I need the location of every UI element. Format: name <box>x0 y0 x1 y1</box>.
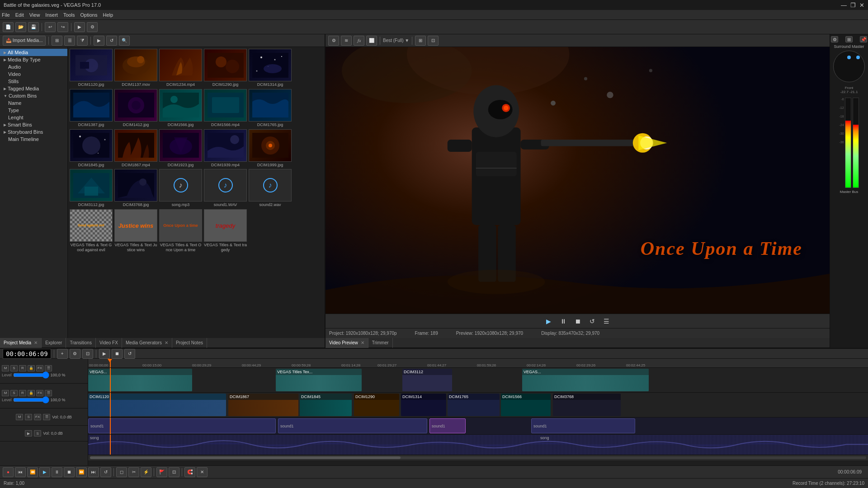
save-button[interactable]: 💾 <box>28 22 39 32</box>
timeline-clip[interactable]: DCIM3768 <box>553 394 621 416</box>
audio-1-solo-button[interactable]: S <box>25 414 32 420</box>
bt-snap-button[interactable]: 🧲 <box>184 467 195 477</box>
list-item[interactable]: DCIM3768.jpg <box>114 169 157 207</box>
timeline-clip[interactable]: DCIM3112 <box>402 369 452 391</box>
list-item[interactable]: DCIM1120.jpg <box>70 49 113 87</box>
list-item[interactable]: DCIM1939.mp4 <box>204 129 247 168</box>
list-item[interactable]: ♪ song.mp3 <box>159 169 202 207</box>
bt-razor-button[interactable]: ✂ <box>128 467 139 477</box>
track-2-lock-button[interactable]: 🔒 <box>28 390 35 396</box>
timeline-clip[interactable]: DCIM1765 <box>448 394 500 416</box>
open-button[interactable]: 📂 <box>15 22 26 32</box>
bt-region-button[interactable]: ⊡ <box>169 467 179 477</box>
sidebar-item-audio[interactable]: Audio <box>0 63 67 70</box>
track-level-slider[interactable] <box>13 373 49 377</box>
tab-close-media-gen[interactable]: ✕ <box>165 340 168 345</box>
list-item[interactable]: DCIM1566.mp4 <box>204 89 247 127</box>
redo-button[interactable]: ↪ <box>57 22 68 32</box>
bt-loop-button[interactable]: ↺ <box>100 467 111 477</box>
preview-view-button[interactable]: ⬜ <box>366 36 377 46</box>
sidebar-item-media-by-type[interactable]: ▶ Media By Type <box>0 56 67 63</box>
wave-track-solo[interactable]: S <box>34 430 41 436</box>
bt-select-button[interactable]: ◻ <box>116 467 127 477</box>
tab-close-video-preview[interactable]: ✕ <box>361 340 364 345</box>
timeline-clip[interactable]: DCIM1867 <box>228 394 298 416</box>
menu-insert[interactable]: Insert <box>45 12 58 18</box>
list-item[interactable]: DCIM1765.jpg <box>249 89 292 127</box>
timeline-scrollbar[interactable] <box>88 455 868 460</box>
tl-snap-button[interactable]: ⊡ <box>82 349 93 359</box>
preview-menu-button[interactable]: ☰ <box>601 316 612 327</box>
track-2-menu-button[interactable]: ☰ <box>45 390 52 396</box>
undo-button[interactable]: ↩ <box>45 22 56 32</box>
preview-calc-button[interactable]: 𝑓𝑥 <box>354 36 364 46</box>
list-item[interactable]: Once Upon a time VEGAS Titles & Text Onc… <box>159 209 202 253</box>
surround-expand-button[interactable]: ⊞ <box>845 36 853 42</box>
sidebar-item-main-timeline[interactable]: Main Timeline <box>0 136 67 143</box>
list-item[interactable]: DCIM1999.jpg <box>249 129 292 168</box>
bt-stop-button[interactable]: ⏹ <box>64 467 75 477</box>
record-button[interactable]: ● <box>3 467 14 477</box>
list-item[interactable]: DCIM1290.jpg <box>204 49 247 87</box>
preview-play-button[interactable]: ▶ <box>543 316 554 327</box>
menu-file[interactable]: File <box>2 12 10 18</box>
list-item[interactable]: Justice wins VEGAS Titles & Text Justice… <box>114 209 157 253</box>
menu-help[interactable]: Help <box>103 12 113 18</box>
preview-eq-button[interactable]: ≋ <box>341 36 352 46</box>
audio-1-mute-button[interactable]: M <box>16 414 23 420</box>
filter-button[interactable]: ⧩ <box>77 36 88 46</box>
surround-settings-button[interactable]: ⚙ <box>831 36 838 42</box>
window-controls[interactable]: — ❐ ✕ <box>841 2 864 9</box>
play-button[interactable]: ▶ <box>94 36 104 46</box>
timeline-clip[interactable]: VEGAS... <box>522 369 649 391</box>
sidebar-item-name[interactable]: Name <box>0 99 67 107</box>
settings-button[interactable]: ⚙ <box>87 22 98 32</box>
menu-tools[interactable]: Tools <box>63 12 75 18</box>
track-lock-button[interactable]: 🔒 <box>28 365 35 371</box>
render-button[interactable]: ▶ <box>74 22 85 32</box>
timeline-clip[interactable]: VEGAS... <box>88 369 192 391</box>
tab-video-preview[interactable]: Video Preview ✕ <box>326 338 368 348</box>
bt-ffwd-button[interactable]: ⏩ <box>76 467 87 477</box>
track-2-solo-button[interactable]: S <box>10 390 18 396</box>
playhead[interactable] <box>110 359 111 367</box>
list-item[interactable]: DCIM1566.jpg <box>159 89 202 127</box>
timeline-clip[interactable]: DCIM1566 <box>501 394 551 416</box>
list-item[interactable]: DCIM1867.mp4 <box>114 129 157 168</box>
loop-button[interactable]: ↺ <box>106 36 117 46</box>
preview-snap-button[interactable]: ⊡ <box>428 36 439 46</box>
timeline-clip[interactable]: DCIM1120 <box>88 394 226 416</box>
timeline-clip[interactable]: VEGAS Titles Tex... <box>276 369 362 391</box>
tab-project-media[interactable]: Project Media ✕ <box>0 338 42 348</box>
list-item[interactable]: ♪ sound2.wav <box>249 169 292 207</box>
track-fx-button[interactable]: FX <box>36 365 43 371</box>
list-item[interactable]: DCIM1314.jpg <box>249 49 292 87</box>
tab-close-button[interactable]: ✕ <box>34 340 38 345</box>
sidebar-item-tagged-media[interactable]: ▶ Tagged Media <box>0 85 67 92</box>
preview-stop-button[interactable]: ⏹ <box>572 316 583 327</box>
track-solo-button[interactable]: S <box>10 365 18 371</box>
sidebar-item-storyboard-bins[interactable]: ▶ Storyboard Bins <box>0 128 67 136</box>
list-item[interactable]: DCIM1412.jpg <box>114 89 157 127</box>
bt-pause-button[interactable]: ⏸ <box>52 467 62 477</box>
sidebar-item-stills[interactable]: Stills <box>0 78 67 85</box>
tl-settings-button[interactable]: ⚙ <box>70 349 80 359</box>
bt-next-button[interactable]: ⏭ <box>88 467 99 477</box>
list-item[interactable]: DCIM3112.jpg <box>70 169 113 207</box>
track-2-arm-button[interactable]: R <box>19 390 26 396</box>
tab-transitions[interactable]: Transitions <box>66 338 96 348</box>
scrollbar-thumb[interactable] <box>90 456 401 459</box>
import-media-button[interactable]: 📥 Import Media... <box>3 36 46 46</box>
menu-edit[interactable]: Edit <box>15 12 24 18</box>
track-arm-button[interactable]: R <box>19 365 26 371</box>
tab-trimmer[interactable]: Trimmer <box>368 338 393 348</box>
track-menu-button[interactable]: ☰ <box>45 365 52 371</box>
tab-media-generators[interactable]: Media Generators ✕ <box>122 338 172 348</box>
audio-clip[interactable]: sound1 <box>88 418 276 433</box>
audio-clip[interactable]: sound1 <box>278 418 427 433</box>
audio-1-fx-button[interactable]: FX <box>34 414 41 420</box>
sidebar-item-length[interactable]: Lenght <box>0 114 67 121</box>
sidebar-item-all-media[interactable]: ▶ All Media <box>0 49 67 56</box>
tl-stop-button[interactable]: ⏹ <box>112 349 123 359</box>
close-button[interactable]: ✕ <box>859 2 864 9</box>
